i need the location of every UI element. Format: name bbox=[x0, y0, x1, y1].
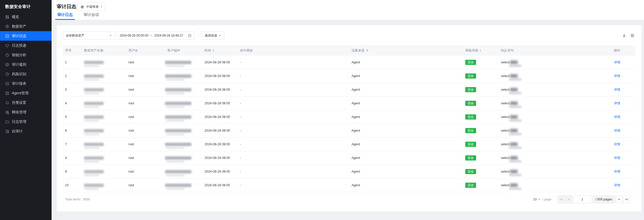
redacted-text bbox=[166, 106, 184, 108]
asset-select[interactable]: 全部数据资产 bbox=[63, 31, 115, 40]
cell-sql: select bbox=[501, 151, 518, 165]
redacted-text bbox=[84, 92, 99, 94]
sidebar-item-intelligent-analysis[interactable]: 智能分析 bbox=[0, 50, 52, 60]
cell-risk-level: 安全 bbox=[465, 97, 476, 110]
details-link[interactable]: 详情 bbox=[614, 165, 620, 178]
column-settings-icon[interactable] bbox=[630, 33, 635, 38]
details-link[interactable]: 详情 bbox=[614, 83, 620, 96]
sidebar-item-label: 智能分析 bbox=[12, 53, 26, 57]
cell-no: 6 bbox=[65, 124, 67, 137]
cell-client-ip-redacted bbox=[165, 124, 191, 137]
details-link[interactable]: 详情 bbox=[614, 56, 620, 69]
cell-no: 1 bbox=[65, 56, 67, 69]
current-page-input[interactable]: 1 bbox=[573, 196, 592, 203]
region-selector[interactable]: 中国香港 bbox=[77, 3, 105, 11]
sidebar-item-overview[interactable]: 概览 bbox=[0, 12, 52, 22]
details-link[interactable]: 详情 bbox=[614, 124, 620, 137]
download-icon[interactable] bbox=[622, 33, 626, 38]
next-page-button[interactable] bbox=[616, 196, 623, 203]
cell-username: root bbox=[128, 110, 134, 124]
sidebar-item-audit-reports[interactable]: 审计报表 bbox=[0, 79, 52, 88]
last-page-button[interactable] bbox=[623, 196, 630, 203]
col-risk-level: 风险等级 bbox=[465, 45, 482, 56]
redacted-text bbox=[165, 170, 191, 173]
redacted-text bbox=[510, 156, 518, 160]
cell-time: 2024-08-28 08:00 bbox=[205, 179, 230, 192]
chevron-down-icon bbox=[538, 199, 540, 201]
page-size-select[interactable]: 10 bbox=[533, 198, 540, 201]
divider bbox=[198, 33, 198, 38]
cell-hit-rule: - bbox=[240, 69, 241, 83]
cell-username: root bbox=[128, 69, 134, 83]
sidebar-item-data-assets[interactable]: 数据资产 bbox=[0, 22, 52, 31]
cell-sql: select bbox=[501, 138, 518, 151]
cell-client-ip-redacted bbox=[165, 83, 191, 96]
cell-client-ip-redacted bbox=[165, 69, 191, 83]
cell-traffic-source: Agent bbox=[352, 151, 360, 165]
table-row: 10 root 2024-08-28 08:00 - Agent 安全 sele… bbox=[63, 179, 635, 192]
cell-client-ip-redacted bbox=[165, 179, 191, 192]
cell-risk-level: 安全 bbox=[465, 83, 476, 96]
tab-audit-sessions[interactable]: 审计会话 bbox=[81, 12, 101, 20]
sidebar-item-agent-management[interactable]: Agent管理 bbox=[0, 88, 52, 98]
table-footer: Total items: 5050 10 / page 1 / 505 page… bbox=[63, 192, 635, 207]
sidebar-item-label: 日志投递 bbox=[12, 43, 26, 48]
tab-audit-logs[interactable]: 审计日志 bbox=[55, 12, 75, 20]
advanced-filter-button[interactable]: 高级筛选 bbox=[201, 31, 224, 40]
redacted-text bbox=[510, 101, 518, 105]
sidebar-item-alert-settings[interactable]: 告警设置 bbox=[0, 98, 52, 107]
filter-funnel-icon[interactable] bbox=[366, 49, 369, 52]
sidebar-item-log-delivery[interactable]: 日志投递 bbox=[0, 41, 52, 50]
redacted-text bbox=[509, 147, 521, 149]
cell-username: root bbox=[128, 97, 134, 110]
sidebar-item-self-audit[interactable]: 自审计 bbox=[0, 126, 52, 136]
details-link[interactable]: 详情 bbox=[614, 110, 620, 124]
date-range-picker[interactable]: 2024-08-25 00:00:00 ~ 2024-08-28 18:48:2… bbox=[117, 31, 194, 40]
redacted-text bbox=[84, 184, 104, 187]
redacted-text bbox=[84, 120, 99, 122]
alert-settings-icon bbox=[5, 101, 9, 105]
cell-asset-name-redacted bbox=[84, 179, 104, 192]
first-page-button[interactable] bbox=[558, 196, 565, 203]
details-link[interactable]: 详情 bbox=[614, 97, 620, 110]
cell-sql: select bbox=[501, 97, 518, 110]
redacted-text bbox=[509, 65, 521, 67]
details-link[interactable]: 详情 bbox=[614, 69, 620, 83]
redacted-text bbox=[510, 170, 518, 173]
redacted-text bbox=[165, 129, 191, 132]
cell-time: 2024-08-28 08:00 bbox=[205, 97, 230, 110]
chevron-down-icon bbox=[110, 35, 112, 37]
tab-bar: 审计日志 审计会话 bbox=[55, 12, 101, 20]
sort-icon[interactable] bbox=[212, 49, 214, 52]
cell-time: 2024-08-28 08:00 bbox=[205, 110, 230, 124]
sidebar-item-audit-rules[interactable]: 审计规则 bbox=[0, 60, 52, 69]
region-label: 中国香港 bbox=[86, 5, 99, 9]
details-link[interactable]: 详情 bbox=[614, 179, 620, 192]
redacted-text bbox=[166, 79, 184, 81]
chevron-down-icon bbox=[100, 6, 102, 9]
sidebar: 数据安全审计 概览 数据资产 审计日志 日志投递 智能分析 审计规则 风险识别 bbox=[0, 0, 52, 220]
col-actions: 操作 bbox=[614, 45, 620, 56]
cell-traffic-source: Agent bbox=[352, 165, 360, 178]
sort-icon[interactable] bbox=[479, 49, 482, 52]
redacted-text bbox=[510, 61, 518, 64]
redacted-text bbox=[166, 92, 184, 94]
risk-badge: 安全 bbox=[465, 128, 476, 133]
cell-no: 9 bbox=[65, 165, 67, 178]
data-assets-icon bbox=[5, 24, 9, 29]
cell-traffic-source: Agent bbox=[352, 97, 360, 110]
cell-risk-level: 安全 bbox=[465, 138, 476, 151]
prev-page-button[interactable] bbox=[565, 196, 572, 203]
sidebar-item-risk-identification[interactable]: 风险识别 bbox=[0, 69, 52, 79]
sidebar-item-log-management[interactable]: 日志管理 bbox=[0, 117, 52, 126]
sidebar-item-network-management[interactable]: 网络管理 bbox=[0, 107, 52, 117]
cell-asset-name-redacted bbox=[84, 124, 104, 137]
redacted-text bbox=[84, 102, 104, 105]
total-items: Total items: 5050 bbox=[65, 198, 90, 201]
details-link[interactable]: 详情 bbox=[614, 151, 620, 165]
sidebar-item-audit-logs[interactable]: 审计日志 bbox=[0, 31, 52, 41]
table-row: 4 root 2024-08-28 08:00 - Agent 安全 selec… bbox=[63, 97, 635, 110]
redacted-text bbox=[166, 188, 184, 190]
redacted-text bbox=[165, 156, 191, 160]
details-link[interactable]: 详情 bbox=[614, 138, 620, 151]
